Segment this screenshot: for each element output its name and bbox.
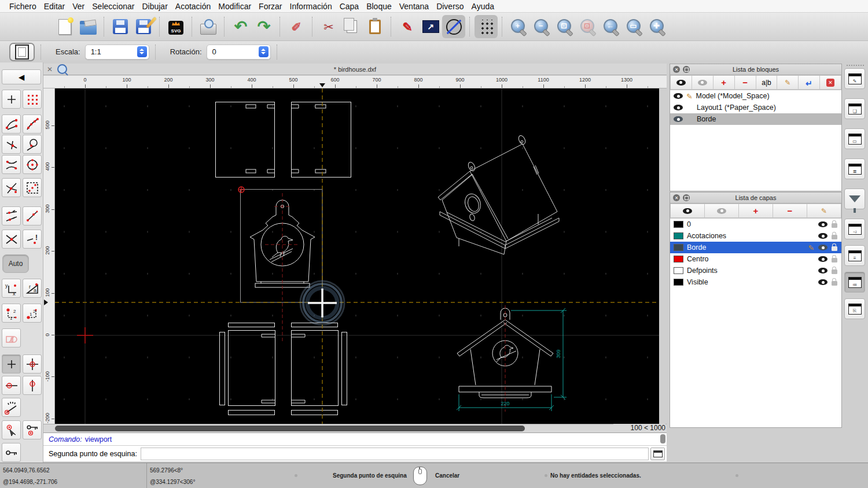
snap-intersection-manual-button[interactable]: ! [23, 230, 42, 249]
eye-icon[interactable] [818, 256, 827, 262]
lock-relative-zero-button[interactable] [23, 420, 42, 439]
zoom-previous-button[interactable]: ← [599, 15, 623, 38]
eye-icon[interactable] [674, 116, 683, 122]
print-preview-button[interactable] [197, 15, 220, 38]
coordinate-cartesian-button[interactable]: yx [2, 279, 21, 298]
menu-fichero[interactable]: Fichero [9, 2, 36, 11]
snap-distance-button[interactable] [23, 206, 42, 225]
rename-block-button[interactable]: a|b [756, 75, 778, 90]
layer-row-centro[interactable]: Centro [670, 253, 841, 265]
snap-free-button[interactable] [2, 90, 21, 109]
new-file-button[interactable] [53, 15, 76, 38]
show-all-layers-button[interactable] [670, 204, 705, 218]
snap-auto-button[interactable]: Auto [2, 254, 29, 273]
lock-icon[interactable] [832, 235, 837, 239]
restrict-nothing-button[interactable] [2, 354, 21, 374]
add-block-button[interactable]: + [713, 75, 735, 90]
dock-property-editor-button[interactable]: ✎ [844, 68, 865, 89]
command-window-button[interactable] [650, 448, 665, 460]
menu-ayuda[interactable]: Ayuda [472, 2, 494, 11]
eye-icon[interactable] [818, 221, 827, 227]
drawing-canvas[interactable]: 309 220 [55, 88, 659, 424]
show-all-blocks-button[interactable] [670, 75, 692, 90]
paste-button[interactable] [363, 15, 387, 38]
menu-seleccionar[interactable]: Seleccionar [92, 2, 134, 11]
layer-row-defpoints[interactable]: Defpoints [670, 265, 841, 276]
dock-reference-button[interactable]: ◅ [844, 219, 865, 239]
angle-gauge-button[interactable] [2, 398, 21, 417]
menu-informacion[interactable]: Información [290, 2, 332, 11]
snap-tangent-button[interactable] [23, 135, 42, 154]
zoom-auto-button[interactable]: ⊡ [553, 15, 576, 38]
measure-distance-button[interactable]: ↗ [419, 15, 442, 38]
zoom-selection-button[interactable]: ⊡ [576, 15, 599, 38]
snap-grid-button[interactable] [23, 90, 42, 109]
eye-icon[interactable] [818, 233, 827, 239]
dock-selection-filter-button[interactable] [844, 188, 865, 209]
command-input[interactable] [141, 448, 649, 460]
stepper-icon[interactable] [259, 46, 269, 57]
layer-row-0[interactable]: 0 [670, 219, 841, 230]
restrict-both-button[interactable] [23, 354, 42, 374]
layer-row-acotaciones[interactable]: Acotaciones [670, 230, 841, 242]
rotation-combobox[interactable]: 0 [207, 45, 271, 60]
key-button[interactable] [2, 443, 21, 462]
eye-icon[interactable] [674, 93, 683, 99]
menu-acotacion[interactable]: Acotación [175, 2, 211, 11]
cut-button[interactable]: ✂ [317, 15, 340, 38]
stepper-icon[interactable] [137, 46, 147, 57]
edit-entity-button[interactable]: ✎ [396, 15, 419, 38]
redo-button[interactable]: ↷ [252, 15, 275, 38]
circle-slash-toggle[interactable] [442, 15, 465, 38]
layer-row-borde[interactable]: Borde ✎ [670, 242, 841, 253]
coordinate-polar-button[interactable]: ra [23, 279, 42, 298]
purge-blocks-button[interactable]: ✕ [820, 75, 841, 90]
snap-on-entity-button[interactable] [23, 114, 42, 134]
remove-layer-button[interactable]: − [773, 204, 807, 218]
detach-panel-button[interactable] [683, 66, 690, 73]
svg-export-button[interactable]: SVG [164, 15, 187, 38]
hide-all-blocks-button[interactable] [692, 75, 713, 90]
dock-command-line-button[interactable]: ≔ [844, 272, 865, 293]
menu-modificar[interactable]: Modificar [218, 2, 251, 11]
dock-layer-list-button[interactable]: ▭ [844, 128, 865, 149]
snap-auto-intersection-button[interactable] [2, 178, 21, 197]
block-row-layout1[interactable]: Layout1 (*Paper_Space) [670, 102, 841, 113]
restrict-vertical-button[interactable] [23, 376, 42, 395]
relative-cartesian-button[interactable]: 12 [2, 304, 21, 323]
dock-list-button[interactable]: ≡ [844, 245, 865, 266]
hide-all-layers-button[interactable] [705, 204, 739, 218]
detach-panel-button[interactable] [683, 194, 690, 201]
save-as-button[interactable] [132, 15, 155, 38]
lock-icon[interactable] [832, 281, 837, 286]
restrict-orthogonal-button[interactable] [2, 328, 21, 347]
lock-icon[interactable] [832, 269, 837, 274]
zoom-out-button[interactable]: − [530, 15, 553, 38]
horizontal-scrollbar[interactable] [43, 424, 667, 432]
scrollbar-thumb[interactable] [55, 426, 525, 431]
snap-perpendicular-button[interactable] [2, 135, 21, 154]
save-button[interactable] [109, 15, 132, 38]
menu-diverso[interactable]: Diverso [436, 2, 464, 11]
snap-middle-button[interactable] [2, 206, 21, 225]
dock-clipboard-button[interactable]: ⎘ [844, 298, 865, 319]
eye-icon[interactable] [818, 245, 827, 250]
snap-center-button[interactable] [23, 155, 42, 174]
scale-combobox[interactable]: 1:1 [85, 45, 149, 60]
viewport-tool-button[interactable] [9, 43, 35, 61]
edit-layer-button[interactable]: ✎ [807, 204, 841, 218]
delete-button[interactable]: ✐ [285, 15, 308, 38]
zoom-in-button[interactable]: + [507, 15, 530, 38]
eye-icon[interactable] [674, 105, 683, 110]
set-relative-zero-button[interactable] [2, 420, 21, 439]
restrict-horizontal-button[interactable] [2, 376, 21, 395]
close-panel-button[interactable]: ✕ [673, 194, 680, 201]
dock-library-browser-button[interactable]: ≣ [844, 158, 865, 179]
copy-button[interactable] [340, 15, 363, 38]
eye-icon[interactable] [818, 268, 827, 273]
menu-bloque[interactable]: Bloque [366, 2, 392, 11]
eye-icon[interactable] [818, 279, 827, 285]
menu-ventana[interactable]: Ventana [399, 2, 429, 11]
add-layer-button[interactable]: + [739, 204, 773, 218]
lock-icon[interactable] [832, 223, 837, 228]
